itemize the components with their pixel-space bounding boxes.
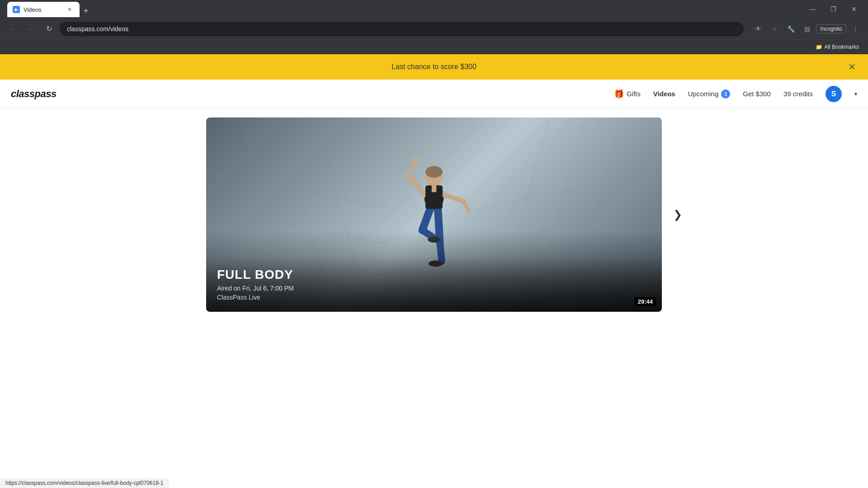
hero-duration: 29:44 [634, 297, 656, 306]
next-arrow-icon: ❯ [673, 208, 682, 221]
svg-line-17 [443, 194, 463, 201]
svg-rect-26 [432, 184, 436, 192]
hero-provider: ClassPass Live [217, 294, 651, 301]
minimize-button[interactable]: — [802, 2, 823, 16]
svg-line-15 [409, 176, 425, 195]
maximize-button[interactable]: ❐ [823, 2, 844, 16]
bookmarks-bar: 📁 All Bookmarks [0, 40, 868, 54]
website: Last chance to score $300 ✕ classpass 🎁 … [0, 54, 868, 312]
carousel-next-button[interactable]: ❯ [673, 208, 682, 221]
new-tab-button[interactable]: + [80, 5, 92, 17]
browser-chrome: ▶ Videos ✕ + — ❐ ✕ ← → ↻ 👁 ☆ 🔧 ▤ Incogni… [0, 0, 868, 54]
refresh-button[interactable]: ↻ [42, 22, 56, 36]
incognito-label: Incognito [820, 26, 842, 32]
address-bar: ← → ↻ 👁 ☆ 🔧 ▤ Incognito ⋮ [0, 18, 868, 40]
upcoming-label: Upcoming [688, 90, 719, 98]
gifts-label: Gifts [627, 90, 641, 98]
get300-label: Get $300 [743, 90, 771, 98]
user-avatar[interactable]: S [826, 86, 842, 102]
back-button[interactable]: ← [5, 22, 20, 36]
folder-icon: 📁 [816, 44, 822, 50]
menu-button[interactable]: ⋮ [848, 22, 863, 36]
hero-section[interactable]: FULL BODY Aired on Fri, Jul 6, 7:00 PM C… [206, 117, 662, 312]
classpass-logo[interactable]: classpass [11, 88, 57, 100]
forward-button[interactable]: → [24, 22, 38, 36]
promo-banner: Last chance to score $300 ✕ [0, 54, 868, 80]
videos-nav-link[interactable]: Videos [653, 90, 675, 98]
upcoming-nav-link[interactable]: Upcoming 1 [688, 89, 731, 99]
active-tab[interactable]: ▶ Videos ✕ [7, 2, 80, 17]
get300-nav-link[interactable]: Get $300 [743, 90, 771, 98]
hero-carousel: FULL BODY Aired on Fri, Jul 6, 7:00 PM C… [206, 117, 662, 312]
upcoming-badge: 1 [721, 89, 730, 99]
tab-bar: ▶ Videos ✕ + [4, 1, 96, 17]
tab-favicon: ▶ [13, 6, 20, 13]
svg-point-14 [425, 166, 443, 178]
window-controls: — ❐ ✕ [802, 2, 864, 16]
svg-line-16 [409, 158, 416, 176]
eye-off-icon[interactable]: 👁 [751, 22, 765, 36]
url-bar[interactable] [60, 22, 744, 36]
close-button[interactable]: ✕ [844, 2, 864, 16]
svg-line-9 [481, 172, 662, 208]
browser-titlebar: ▶ Videos ✕ + — ❐ ✕ [0, 0, 868, 18]
hero-overlay: FULL BODY Aired on Fri, Jul 6, 7:00 PM C… [206, 257, 662, 312]
hero-aired: Aired on Fri, Jul 6, 7:00 PM [217, 285, 651, 292]
bookmarks-label: All Bookmarks [824, 44, 859, 50]
user-initial: S [831, 90, 836, 98]
videos-label: Videos [653, 90, 675, 98]
credits-nav-link[interactable]: 39 credits [783, 90, 813, 98]
tab-title: Videos [24, 6, 61, 13]
user-dropdown-icon[interactable]: ▾ [854, 91, 857, 97]
banner-close-button[interactable]: ✕ [844, 60, 859, 74]
all-bookmarks-item[interactable]: 📁 All Bookmarks [812, 42, 863, 52]
upcoming-count: 1 [724, 91, 727, 97]
site-nav: classpass 🎁 Gifts Videos Upcoming 1 Get … [0, 80, 868, 108]
gift-icon: 🎁 [614, 89, 624, 99]
bookmark-icon[interactable]: ☆ [767, 22, 782, 36]
nav-links: 🎁 Gifts Videos Upcoming 1 Get $300 39 cr… [614, 86, 857, 102]
hero-title: FULL BODY [217, 267, 651, 282]
svg-line-6 [206, 172, 387, 208]
profile-button[interactable]: Incognito [816, 24, 846, 33]
gifts-nav-link[interactable]: 🎁 Gifts [614, 89, 641, 99]
credits-label: 39 credits [783, 90, 813, 98]
tab-close-button[interactable]: ✕ [65, 5, 74, 14]
promo-banner-text: Last chance to score $300 [392, 63, 476, 71]
hero-image-container: FULL BODY Aired on Fri, Jul 6, 7:00 PM C… [206, 117, 662, 312]
sidebar-icon[interactable]: ▤ [800, 22, 814, 36]
extensions-icon[interactable]: 🔧 [783, 22, 798, 36]
address-bar-icons: 👁 ☆ 🔧 ▤ Incognito ⋮ [751, 22, 863, 36]
svg-line-18 [463, 201, 469, 211]
